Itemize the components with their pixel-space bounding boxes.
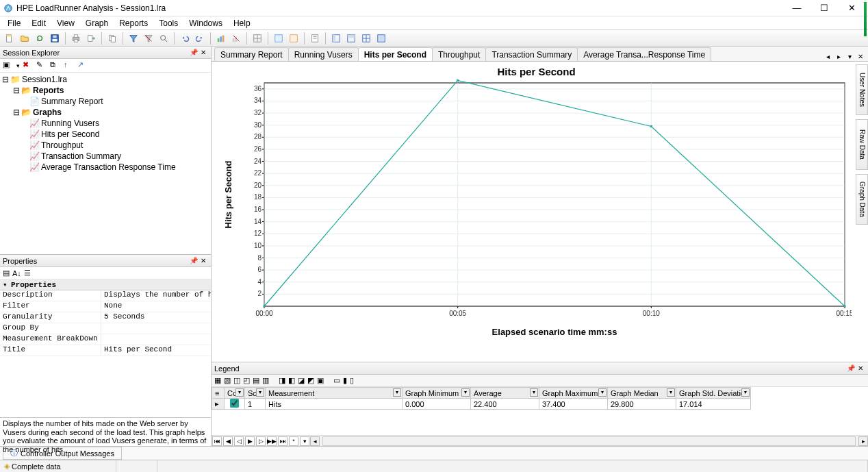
side-tab-graph-data[interactable]: Graph Data (856, 174, 868, 225)
filter-clear-icon[interactable] (142, 32, 155, 45)
tool-a-icon[interactable] (272, 32, 285, 45)
scroll-track[interactable] (322, 436, 856, 446)
pin-icon[interactable]: 📌 (189, 256, 199, 266)
layout4-icon[interactable] (374, 32, 388, 45)
legend-tool-icon[interactable]: ▯ (350, 376, 354, 385)
legend-tool-icon[interactable]: ▭ (333, 376, 340, 385)
legend-col-min[interactable]: Graph Minimum▾ (403, 388, 471, 399)
pin-icon[interactable]: 📌 (189, 48, 199, 58)
chart-remove-icon[interactable] (229, 32, 243, 45)
scroll-left-icon[interactable]: ◂ (310, 436, 320, 446)
tab-transaction-summary[interactable]: Transaction Summary (485, 47, 578, 61)
side-tab-raw-data[interactable]: Raw Data (856, 119, 868, 170)
tab-list-icon[interactable]: ▾ (845, 51, 854, 61)
nav-prev-icon[interactable]: ◀ (223, 436, 233, 446)
legend-tool-icon[interactable]: ◨ (279, 376, 285, 385)
tab-summary[interactable]: Summary Report (214, 47, 289, 61)
menu-view[interactable]: View (52, 18, 79, 29)
menu-reports[interactable]: Reports (114, 18, 153, 29)
scroll-right-icon[interactable]: ▸ (858, 436, 868, 446)
legend-tool-icon[interactable]: ◪ (298, 376, 305, 385)
nav-next-icon[interactable]: ▶▶ (267, 436, 277, 446)
legend-row[interactable]: ▸ 1 Hits 0.000 22.400 37.400 29.800 17.0… (212, 399, 751, 410)
legend-col-avg[interactable]: Average▾ (471, 388, 539, 399)
minimize-button[interactable]: — (783, 1, 810, 16)
menu-edit[interactable]: Edit (27, 18, 51, 29)
tree-graph-item[interactable]: 📈Average Transaction Response Time (1, 162, 209, 173)
maximize-button[interactable]: ☐ (810, 1, 838, 16)
legend-tool-icon[interactable]: ▮ (343, 376, 347, 385)
legend-col-max[interactable]: Graph Maximum▾ (539, 388, 608, 399)
menu-windows[interactable]: Windows (184, 18, 227, 29)
legend-col-median[interactable]: Graph Median▾ (608, 388, 676, 399)
tool-b-icon[interactable] (287, 32, 301, 45)
prop-row-granularity[interactable]: Granularity5 Seconds (0, 312, 211, 323)
tab-throughput[interactable]: Throughput (432, 47, 486, 61)
menu-help[interactable]: Help (229, 18, 255, 29)
categorize-icon[interactable]: ▤ (3, 269, 10, 277)
legend-col-col[interactable]: Col▾ (225, 388, 245, 399)
add-node-icon[interactable]: ▣ (3, 60, 14, 71)
rename-icon[interactable]: ✎ (36, 60, 47, 71)
legend-tool-icon[interactable]: ◧ (288, 376, 295, 385)
tab-prev-icon[interactable]: ◂ (823, 51, 832, 61)
legend-tool-icon[interactable]: ▧ (224, 376, 231, 385)
new-icon[interactable] (3, 32, 16, 45)
prop-row-description[interactable]: DescriptionDisplays the number of hits m… (0, 290, 211, 301)
grid-icon[interactable] (251, 32, 264, 45)
nav-menu-icon[interactable]: ▾ (300, 436, 309, 446)
zoom-icon[interactable] (157, 32, 170, 45)
prop-row-groupby[interactable]: Group By (0, 323, 211, 334)
redo-icon[interactable] (193, 32, 207, 45)
legend-tool-icon[interactable]: ▤ (253, 376, 259, 385)
layout2-icon[interactable] (344, 32, 358, 45)
close-button[interactable]: ✕ (838, 1, 865, 16)
chart-add-icon[interactable] (214, 32, 228, 45)
filter-icon[interactable] (127, 32, 140, 45)
copy-node-icon[interactable]: ⧉ (50, 60, 61, 71)
chart-plot[interactable]: 2468101214161820222426283032343600:0000:… (222, 79, 852, 339)
legend-col-scale[interactable]: Sca▾ (245, 388, 266, 399)
tree-graphs[interactable]: ⊟📂Graphs (1, 107, 209, 118)
tab-close-icon[interactable]: ✕ (856, 51, 865, 61)
nav-back-icon[interactable]: ◁ (234, 436, 244, 446)
tree-root[interactable]: ⊟📁Session1.lra (1, 74, 209, 85)
nav-play-icon[interactable]: ▶ (245, 436, 255, 446)
pin-icon[interactable]: 📌 (846, 364, 856, 373)
prop-row-breakdown[interactable]: Measurement BreakDown (0, 334, 211, 345)
legend-tool-icon[interactable]: ▣ (317, 376, 324, 385)
legend-col-marker[interactable]: ≡ (212, 388, 225, 399)
export-icon[interactable] (84, 32, 98, 45)
sort-icon[interactable]: A↓ (12, 269, 21, 277)
legend-tool-icon[interactable]: ◩ (307, 376, 314, 385)
open-icon[interactable] (18, 32, 31, 45)
properties-group[interactable]: ▾Properties (0, 280, 211, 290)
layout1-icon[interactable] (329, 32, 343, 45)
print-icon[interactable] (69, 32, 83, 45)
copy-icon[interactable] (105, 32, 119, 45)
layout3-icon[interactable] (359, 32, 373, 45)
tree-graph-item[interactable]: 📈Running Vusers (1, 118, 209, 129)
up-icon[interactable]: ↑ (64, 60, 75, 71)
legend-tool-icon[interactable]: ▦ (214, 376, 221, 385)
out-icon[interactable]: ↗ (77, 60, 88, 71)
prop-row-filter[interactable]: FilterNone (0, 301, 211, 312)
side-tab-user-notes[interactable]: User Notes (856, 64, 868, 115)
tab-next-icon[interactable]: ▸ (834, 51, 843, 61)
tab-hits-per-second[interactable]: Hits per Second (358, 47, 433, 61)
tree-report-item[interactable]: 📄Summary Report (1, 96, 209, 107)
tab-avg-response[interactable]: Average Transa...Response Time (577, 47, 711, 61)
prop-row-title[interactable]: TitleHits per Second (0, 345, 211, 356)
menu-file[interactable]: File (3, 18, 25, 29)
output-tab[interactable]: ⓘ Controller Output Messages (3, 447, 122, 460)
prop-page-icon[interactable]: ☰ (24, 269, 31, 277)
tree-graph-item[interactable]: 📈Throughput (1, 140, 209, 151)
panel-close-icon[interactable]: ✕ (856, 364, 865, 373)
undo-icon[interactable] (178, 32, 192, 45)
tree-reports[interactable]: ⊟📂Reports (1, 85, 209, 96)
panel-close-icon[interactable]: ✕ (199, 256, 208, 266)
refresh-icon[interactable] (33, 32, 47, 45)
nav-fwd-icon[interactable]: ▷ (256, 436, 266, 446)
delete-node-icon[interactable]: ✖ (23, 60, 34, 71)
legend-col-measurement[interactable]: Measurement▾ (266, 388, 403, 399)
